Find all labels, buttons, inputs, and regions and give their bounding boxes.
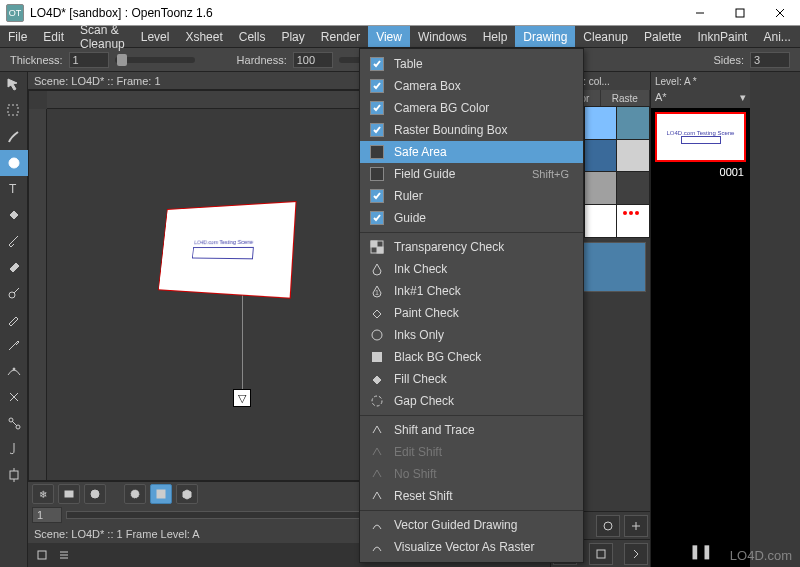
style-next-button[interactable] <box>624 543 648 565</box>
menu-item-table[interactable]: Table <box>360 53 583 75</box>
texture-swatch[interactable] <box>585 140 617 172</box>
level-frame-thumb[interactable]: LO4D.com Testing Scene <box>655 112 746 162</box>
room-tab-inknpaint[interactable]: InknPaint <box>689 26 755 47</box>
svg-point-27 <box>604 522 612 530</box>
control-point-tool[interactable] <box>0 358 28 384</box>
menu-item-black-bg-check[interactable]: Black BG Check <box>360 346 583 368</box>
maximize-button[interactable] <box>720 0 760 26</box>
menu-item-shift-and-trace[interactable]: Shift and Trace <box>360 419 583 441</box>
room-tab-drawing[interactable]: Drawing <box>515 26 575 47</box>
tape-tool[interactable] <box>0 280 28 306</box>
style-add-button[interactable] <box>624 515 648 537</box>
menu-play[interactable]: Play <box>273 26 312 47</box>
pinch-tool[interactable] <box>0 384 28 410</box>
menu-item-field-guide[interactable]: Field GuideShift+G <box>360 163 583 185</box>
style-auto-button[interactable] <box>596 515 620 537</box>
menu-item-raster-bounding-box[interactable]: Raster Bounding Box <box>360 119 583 141</box>
skeleton-tool[interactable] <box>0 410 28 436</box>
menu-edit[interactable]: Edit <box>35 26 72 47</box>
room-tab-ani-[interactable]: Ani... <box>755 26 798 47</box>
sides-input[interactable] <box>750 52 790 68</box>
menu-item-ink-check[interactable]: Ink Check <box>360 258 583 280</box>
menu-item-ink-1-check[interactable]: 1Ink#1 Check <box>360 280 583 302</box>
menu-item-guide[interactable]: Guide <box>360 207 583 229</box>
menu-file[interactable]: File <box>0 26 35 47</box>
playback-pause-icon[interactable]: ❚❚ <box>689 543 713 559</box>
current-frame[interactable]: 1 <box>32 507 62 523</box>
rgb-picker-tool[interactable] <box>0 332 28 358</box>
select-tool[interactable] <box>0 98 28 124</box>
edit-tool[interactable] <box>0 72 28 98</box>
menu-item-vector-guided-drawing[interactable]: Vector Guided Drawing <box>360 514 583 536</box>
hardness-input[interactable] <box>293 52 333 68</box>
texture-swatch[interactable] <box>617 172 649 204</box>
menu-item-gap-check[interactable]: Gap Check <box>360 390 583 412</box>
texture-swatch[interactable] <box>585 205 617 237</box>
eraser-tool[interactable] <box>0 254 28 280</box>
3d-view-button[interactable] <box>176 484 198 504</box>
svg-rect-33 <box>377 247 383 253</box>
paint-brush-tool[interactable] <box>0 228 28 254</box>
svg-point-9 <box>13 368 15 370</box>
menu-item-visualize-vector-as-raster[interactable]: Visualize Vector As Raster <box>360 536 583 558</box>
svg-text:T: T <box>9 182 17 196</box>
ruler-vertical[interactable] <box>29 109 47 480</box>
menu-item-no-shift: No Shift <box>360 463 583 485</box>
thickness-slider[interactable] <box>115 57 195 63</box>
type-tool[interactable]: T <box>0 176 28 202</box>
new-level-button[interactable] <box>32 545 52 565</box>
style-picker-tool[interactable] <box>0 306 28 332</box>
svg-rect-30 <box>597 550 605 558</box>
thickness-input[interactable] <box>69 52 109 68</box>
menu-item-paint-check[interactable]: Paint Check <box>360 302 583 324</box>
style-menu-button[interactable] <box>589 543 613 565</box>
brush-tool[interactable] <box>0 124 28 150</box>
fill-tool[interactable] <box>0 202 28 228</box>
tracker-tool[interactable] <box>0 462 28 488</box>
menu-scan-cleanup[interactable]: Scan & Cleanup <box>72 26 133 47</box>
texture-swatch[interactable] <box>585 172 617 204</box>
menu-cells[interactable]: Cells <box>231 26 274 47</box>
menu-item-ruler[interactable]: Ruler <box>360 185 583 207</box>
svg-rect-20 <box>157 490 165 498</box>
menu-item-inks-only[interactable]: Inks Only <box>360 324 583 346</box>
menu-windows[interactable]: Windows <box>410 26 475 47</box>
menu-level[interactable]: Level <box>133 26 178 47</box>
texture-swatch[interactable] <box>617 140 649 172</box>
texture-swatch[interactable] <box>617 205 649 237</box>
camera-preview-button[interactable] <box>58 484 80 504</box>
menu-item-safe-area[interactable]: Safe Area <box>360 141 583 163</box>
texture-swatch[interactable] <box>617 107 649 139</box>
view-check-button[interactable] <box>124 484 146 504</box>
menu-render[interactable]: Render <box>313 26 368 47</box>
menu-item-camera-bg-color[interactable]: Camera BG Color <box>360 97 583 119</box>
toggle-xsheet-button[interactable] <box>54 545 74 565</box>
menu-item-camera-box[interactable]: Camera Box <box>360 75 583 97</box>
svg-rect-23 <box>38 551 46 559</box>
menu-xsheet[interactable]: Xsheet <box>177 26 230 47</box>
close-button[interactable] <box>760 0 800 26</box>
svg-point-18 <box>91 490 99 498</box>
svg-point-12 <box>16 425 20 429</box>
menu-view[interactable]: View <box>368 26 410 47</box>
menu-help[interactable]: Help <box>475 26 516 47</box>
room-tab-cleanup[interactable]: Cleanup <box>575 26 636 47</box>
freeze-button[interactable]: ❄ <box>32 484 54 504</box>
style-tab-raste[interactable]: Raste <box>601 90 651 106</box>
svg-rect-5 <box>8 105 18 115</box>
camera-handle[interactable]: ▽ <box>233 389 251 407</box>
minimize-button[interactable] <box>680 0 720 26</box>
preview-button[interactable] <box>84 484 106 504</box>
texture-swatch[interactable] <box>585 107 617 139</box>
hook-tool[interactable] <box>0 436 28 462</box>
menu-item-reset-shift[interactable]: Reset Shift <box>360 485 583 507</box>
geometry-tool[interactable] <box>0 150 28 176</box>
room-tab-palette[interactable]: Palette <box>636 26 689 47</box>
camera-view-button[interactable] <box>150 484 172 504</box>
svg-point-6 <box>9 158 19 168</box>
menu-item-fill-check[interactable]: Fill Check <box>360 368 583 390</box>
svg-text:❄: ❄ <box>39 489 47 500</box>
svg-rect-36 <box>372 352 382 362</box>
level-selector[interactable]: A* ▾ <box>651 90 750 108</box>
menu-item-transparency-check[interactable]: Transparency Check <box>360 236 583 258</box>
